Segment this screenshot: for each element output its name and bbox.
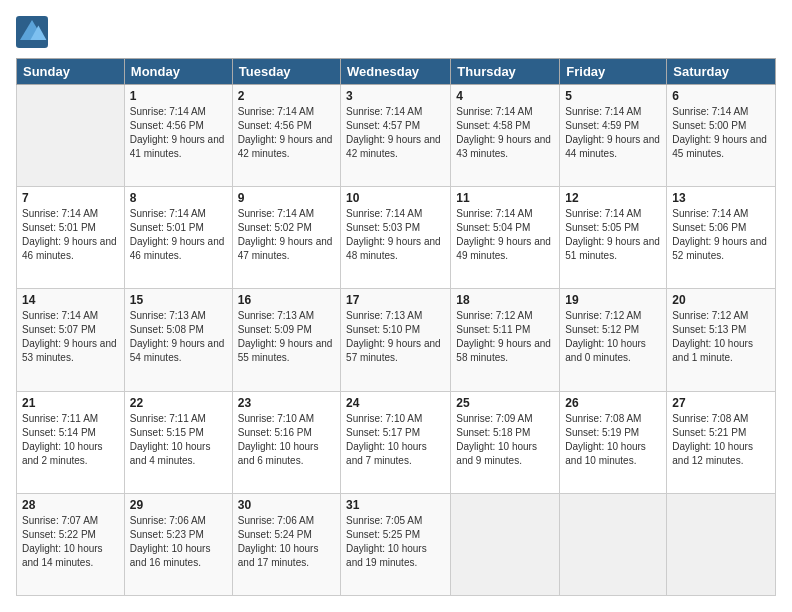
- day-info: Sunrise: 7:08 AMSunset: 5:21 PMDaylight:…: [672, 412, 770, 468]
- calendar-cell: 2Sunrise: 7:14 AMSunset: 4:56 PMDaylight…: [232, 85, 340, 187]
- weekday-header: Sunday: [17, 59, 125, 85]
- day-info: Sunrise: 7:05 AMSunset: 5:25 PMDaylight:…: [346, 514, 445, 570]
- calendar-cell: 25Sunrise: 7:09 AMSunset: 5:18 PMDayligh…: [451, 391, 560, 493]
- day-number: 1: [130, 89, 227, 103]
- calendar-cell: [17, 85, 125, 187]
- day-info: Sunrise: 7:10 AMSunset: 5:17 PMDaylight:…: [346, 412, 445, 468]
- weekday-header: Wednesday: [341, 59, 451, 85]
- calendar-cell: 14Sunrise: 7:14 AMSunset: 5:07 PMDayligh…: [17, 289, 125, 391]
- day-info: Sunrise: 7:12 AMSunset: 5:13 PMDaylight:…: [672, 309, 770, 365]
- calendar-cell: 4Sunrise: 7:14 AMSunset: 4:58 PMDaylight…: [451, 85, 560, 187]
- calendar-header-row: SundayMondayTuesdayWednesdayThursdayFrid…: [17, 59, 776, 85]
- calendar-cell: 30Sunrise: 7:06 AMSunset: 5:24 PMDayligh…: [232, 493, 340, 595]
- day-number: 8: [130, 191, 227, 205]
- calendar-cell: 12Sunrise: 7:14 AMSunset: 5:05 PMDayligh…: [560, 187, 667, 289]
- calendar-cell: 29Sunrise: 7:06 AMSunset: 5:23 PMDayligh…: [124, 493, 232, 595]
- day-info: Sunrise: 7:14 AMSunset: 5:01 PMDaylight:…: [130, 207, 227, 263]
- day-number: 5: [565, 89, 661, 103]
- day-number: 18: [456, 293, 554, 307]
- day-info: Sunrise: 7:14 AMSunset: 5:01 PMDaylight:…: [22, 207, 119, 263]
- weekday-header: Thursday: [451, 59, 560, 85]
- weekday-header: Monday: [124, 59, 232, 85]
- calendar-table: SundayMondayTuesdayWednesdayThursdayFrid…: [16, 58, 776, 596]
- day-info: Sunrise: 7:13 AMSunset: 5:08 PMDaylight:…: [130, 309, 227, 365]
- day-info: Sunrise: 7:14 AMSunset: 5:07 PMDaylight:…: [22, 309, 119, 365]
- day-number: 3: [346, 89, 445, 103]
- day-number: 16: [238, 293, 335, 307]
- calendar-cell: 19Sunrise: 7:12 AMSunset: 5:12 PMDayligh…: [560, 289, 667, 391]
- calendar-week-row: 1Sunrise: 7:14 AMSunset: 4:56 PMDaylight…: [17, 85, 776, 187]
- day-info: Sunrise: 7:10 AMSunset: 5:16 PMDaylight:…: [238, 412, 335, 468]
- day-info: Sunrise: 7:12 AMSunset: 5:12 PMDaylight:…: [565, 309, 661, 365]
- day-number: 7: [22, 191, 119, 205]
- calendar-cell: 16Sunrise: 7:13 AMSunset: 5:09 PMDayligh…: [232, 289, 340, 391]
- calendar-cell: 18Sunrise: 7:12 AMSunset: 5:11 PMDayligh…: [451, 289, 560, 391]
- day-number: 10: [346, 191, 445, 205]
- day-info: Sunrise: 7:11 AMSunset: 5:15 PMDaylight:…: [130, 412, 227, 468]
- calendar-cell: 21Sunrise: 7:11 AMSunset: 5:14 PMDayligh…: [17, 391, 125, 493]
- day-number: 14: [22, 293, 119, 307]
- weekday-header: Friday: [560, 59, 667, 85]
- day-info: Sunrise: 7:06 AMSunset: 5:24 PMDaylight:…: [238, 514, 335, 570]
- calendar-cell: 20Sunrise: 7:12 AMSunset: 5:13 PMDayligh…: [667, 289, 776, 391]
- day-number: 4: [456, 89, 554, 103]
- day-number: 9: [238, 191, 335, 205]
- day-info: Sunrise: 7:11 AMSunset: 5:14 PMDaylight:…: [22, 412, 119, 468]
- logo-icon: [16, 16, 48, 48]
- day-info: Sunrise: 7:14 AMSunset: 5:03 PMDaylight:…: [346, 207, 445, 263]
- day-info: Sunrise: 7:13 AMSunset: 5:09 PMDaylight:…: [238, 309, 335, 365]
- calendar-cell: 11Sunrise: 7:14 AMSunset: 5:04 PMDayligh…: [451, 187, 560, 289]
- day-info: Sunrise: 7:14 AMSunset: 5:05 PMDaylight:…: [565, 207, 661, 263]
- day-number: 20: [672, 293, 770, 307]
- day-number: 17: [346, 293, 445, 307]
- header: [16, 16, 776, 48]
- day-number: 27: [672, 396, 770, 410]
- logo: [16, 16, 52, 48]
- calendar-cell: 27Sunrise: 7:08 AMSunset: 5:21 PMDayligh…: [667, 391, 776, 493]
- day-number: 24: [346, 396, 445, 410]
- day-number: 21: [22, 396, 119, 410]
- day-info: Sunrise: 7:08 AMSunset: 5:19 PMDaylight:…: [565, 412, 661, 468]
- day-info: Sunrise: 7:14 AMSunset: 5:04 PMDaylight:…: [456, 207, 554, 263]
- day-number: 22: [130, 396, 227, 410]
- calendar-cell: 7Sunrise: 7:14 AMSunset: 5:01 PMDaylight…: [17, 187, 125, 289]
- calendar-cell: [451, 493, 560, 595]
- calendar-cell: 8Sunrise: 7:14 AMSunset: 5:01 PMDaylight…: [124, 187, 232, 289]
- calendar-cell: 3Sunrise: 7:14 AMSunset: 4:57 PMDaylight…: [341, 85, 451, 187]
- weekday-header: Tuesday: [232, 59, 340, 85]
- day-number: 29: [130, 498, 227, 512]
- day-number: 11: [456, 191, 554, 205]
- page: SundayMondayTuesdayWednesdayThursdayFrid…: [0, 0, 792, 612]
- day-info: Sunrise: 7:06 AMSunset: 5:23 PMDaylight:…: [130, 514, 227, 570]
- day-info: Sunrise: 7:14 AMSunset: 5:00 PMDaylight:…: [672, 105, 770, 161]
- calendar-cell: 15Sunrise: 7:13 AMSunset: 5:08 PMDayligh…: [124, 289, 232, 391]
- day-info: Sunrise: 7:14 AMSunset: 5:06 PMDaylight:…: [672, 207, 770, 263]
- day-info: Sunrise: 7:14 AMSunset: 4:59 PMDaylight:…: [565, 105, 661, 161]
- day-info: Sunrise: 7:14 AMSunset: 5:02 PMDaylight:…: [238, 207, 335, 263]
- day-number: 19: [565, 293, 661, 307]
- day-info: Sunrise: 7:09 AMSunset: 5:18 PMDaylight:…: [456, 412, 554, 468]
- calendar-week-row: 21Sunrise: 7:11 AMSunset: 5:14 PMDayligh…: [17, 391, 776, 493]
- day-info: Sunrise: 7:14 AMSunset: 4:56 PMDaylight:…: [238, 105, 335, 161]
- calendar-cell: 9Sunrise: 7:14 AMSunset: 5:02 PMDaylight…: [232, 187, 340, 289]
- day-number: 30: [238, 498, 335, 512]
- calendar-cell: 31Sunrise: 7:05 AMSunset: 5:25 PMDayligh…: [341, 493, 451, 595]
- day-info: Sunrise: 7:12 AMSunset: 5:11 PMDaylight:…: [456, 309, 554, 365]
- day-number: 12: [565, 191, 661, 205]
- calendar-cell: 17Sunrise: 7:13 AMSunset: 5:10 PMDayligh…: [341, 289, 451, 391]
- day-number: 15: [130, 293, 227, 307]
- day-number: 6: [672, 89, 770, 103]
- calendar-cell: 26Sunrise: 7:08 AMSunset: 5:19 PMDayligh…: [560, 391, 667, 493]
- day-number: 26: [565, 396, 661, 410]
- day-info: Sunrise: 7:07 AMSunset: 5:22 PMDaylight:…: [22, 514, 119, 570]
- calendar-cell: 5Sunrise: 7:14 AMSunset: 4:59 PMDaylight…: [560, 85, 667, 187]
- day-number: 2: [238, 89, 335, 103]
- calendar-week-row: 7Sunrise: 7:14 AMSunset: 5:01 PMDaylight…: [17, 187, 776, 289]
- day-info: Sunrise: 7:14 AMSunset: 4:56 PMDaylight:…: [130, 105, 227, 161]
- calendar-cell: [667, 493, 776, 595]
- day-number: 28: [22, 498, 119, 512]
- calendar-cell: 6Sunrise: 7:14 AMSunset: 5:00 PMDaylight…: [667, 85, 776, 187]
- calendar-cell: 10Sunrise: 7:14 AMSunset: 5:03 PMDayligh…: [341, 187, 451, 289]
- calendar-cell: [560, 493, 667, 595]
- calendar-cell: 13Sunrise: 7:14 AMSunset: 5:06 PMDayligh…: [667, 187, 776, 289]
